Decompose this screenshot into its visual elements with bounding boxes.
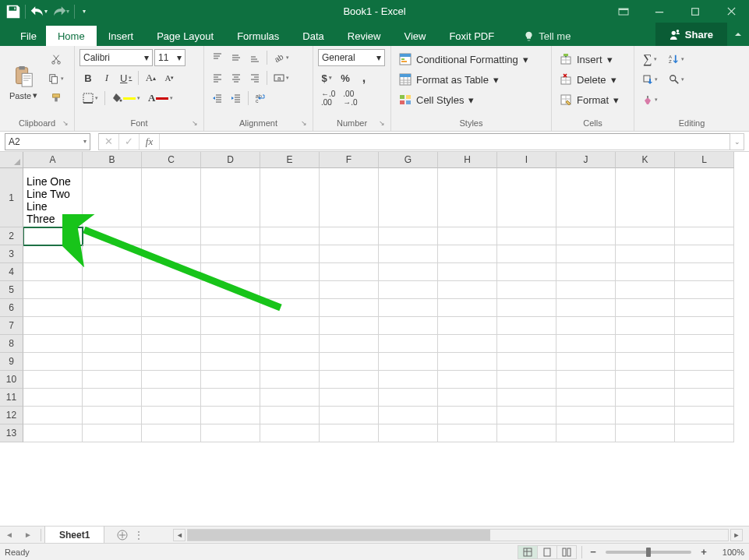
cell[interactable] [201, 168, 260, 227]
comma-format-button[interactable]: , [355, 69, 373, 86]
cell[interactable] [260, 299, 320, 317]
delete-cells-button[interactable]: Delete▾ [556, 71, 622, 88]
cell[interactable] [83, 335, 142, 353]
redo-dropdown-icon[interactable]: ▾ [66, 8, 69, 15]
fill-button[interactable]: ▾ [639, 71, 661, 88]
cell[interactable] [497, 407, 556, 424]
row-header[interactable]: 6 [0, 299, 23, 317]
cell[interactable] [438, 317, 497, 335]
cell[interactable] [616, 353, 675, 371]
cell[interactable] [142, 299, 201, 317]
select-all-corner[interactable] [0, 152, 23, 168]
tab-page-layout[interactable]: Page Layout [145, 26, 225, 46]
cell[interactable] [83, 371, 142, 389]
cell[interactable] [320, 299, 379, 317]
cell[interactable] [438, 227, 497, 245]
scroll-split-handle[interactable]: ⋮ [134, 530, 145, 541]
row-header[interactable]: 1 [0, 168, 23, 227]
qat-customize-icon[interactable]: ▾ [83, 8, 86, 15]
accounting-format-button[interactable]: $▾ [318, 69, 335, 86]
maximize-button[interactable] [677, 0, 713, 23]
column-header[interactable]: A [23, 152, 83, 168]
cell[interactable] [320, 424, 379, 442]
cell[interactable] [675, 371, 734, 389]
column-header[interactable]: C [142, 152, 201, 168]
zoom-in-button[interactable]: + [698, 546, 710, 558]
number-format-combo[interactable]: General▾ [318, 49, 385, 66]
cell[interactable] [260, 371, 320, 389]
cell[interactable] [142, 263, 201, 281]
row-header[interactable]: 5 [0, 281, 23, 299]
cell[interactable] [616, 281, 675, 299]
clipboard-dialog-launcher-icon[interactable]: ↘ [60, 118, 71, 129]
cell[interactable] [83, 281, 142, 299]
enter-formula-button[interactable]: ✓ [119, 134, 140, 150]
cell[interactable] [379, 371, 438, 389]
cell[interactable] [260, 245, 320, 263]
cell[interactable] [556, 299, 616, 317]
cell[interactable] [616, 371, 675, 389]
cell[interactable] [497, 281, 556, 299]
expand-formula-bar-icon[interactable]: ⌄ [730, 133, 744, 150]
cell[interactable] [616, 335, 675, 353]
cell[interactable] [260, 389, 320, 407]
increase-decimal-button[interactable]: ←.0.00 [318, 90, 338, 107]
cell[interactable] [201, 245, 260, 263]
cell[interactable] [83, 299, 142, 317]
cell[interactable] [556, 245, 616, 263]
name-box[interactable]: A2▾ [5, 133, 90, 150]
cell[interactable] [142, 407, 201, 424]
cell[interactable] [201, 353, 260, 371]
cell[interactable] [497, 371, 556, 389]
decrease-font-button[interactable]: A▾ [161, 69, 178, 86]
tab-formulas[interactable]: Formulas [225, 26, 291, 46]
cell[interactable] [675, 281, 734, 299]
cell[interactable] [260, 263, 320, 281]
cell[interactable] [201, 281, 260, 299]
sheet-nav-prev-icon[interactable]: ◄ [0, 528, 19, 542]
cell[interactable] [83, 263, 142, 281]
cell[interactable] [675, 299, 734, 317]
cell[interactable] [320, 407, 379, 424]
cell[interactable] [320, 281, 379, 299]
format-as-table-button[interactable]: Format as Table▾ [396, 71, 532, 88]
cell[interactable] [616, 227, 675, 245]
merge-center-button[interactable]: a▾ [270, 69, 292, 86]
orientation-button[interactable]: ab▾ [270, 49, 292, 66]
column-header[interactable]: G [379, 152, 438, 168]
cell[interactable] [142, 317, 201, 335]
cell[interactable] [556, 335, 616, 353]
zoom-value[interactable]: 100% [710, 548, 744, 557]
cut-button[interactable] [45, 51, 67, 68]
cell[interactable] [320, 317, 379, 335]
cell[interactable] [616, 245, 675, 263]
cell[interactable] [83, 245, 142, 263]
cell[interactable]: Line One Line Two Line Three [23, 168, 83, 227]
insert-cells-button[interactable]: Insert▾ [556, 51, 622, 68]
tab-insert[interactable]: Insert [97, 26, 146, 46]
sort-filter-button[interactable]: AZ▾ [666, 51, 687, 68]
align-right-button[interactable] [246, 69, 263, 86]
cell[interactable] [320, 335, 379, 353]
cell[interactable] [23, 281, 83, 299]
copy-button[interactable]: ▾ [45, 70, 67, 87]
cell[interactable] [320, 353, 379, 371]
cell[interactable] [320, 371, 379, 389]
insert-function-button[interactable]: fx [140, 134, 160, 150]
align-top-button[interactable] [209, 49, 226, 66]
number-dialog-launcher-icon[interactable]: ↘ [376, 118, 387, 129]
cell[interactable] [379, 263, 438, 281]
save-icon[interactable] [5, 3, 22, 20]
cell[interactable] [320, 227, 379, 245]
cell[interactable] [201, 335, 260, 353]
ribbon-options-icon[interactable] [606, 0, 641, 23]
cell[interactable] [556, 389, 616, 407]
collapse-ribbon-icon[interactable] [727, 23, 749, 46]
cell[interactable] [497, 424, 556, 442]
cell[interactable] [438, 407, 497, 424]
percent-format-button[interactable]: % [337, 69, 354, 86]
row-header[interactable]: 3 [0, 245, 23, 263]
column-header[interactable]: D [201, 152, 260, 168]
page-layout-view-button[interactable] [537, 545, 557, 559]
cell[interactable] [320, 168, 379, 227]
